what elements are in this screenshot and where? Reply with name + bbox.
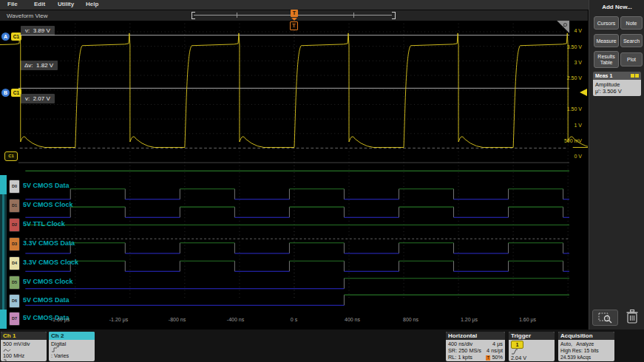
meas1-header: Meas 1 — [593, 72, 641, 80]
time-scale-label: -400 ns — [220, 317, 252, 322]
rising-edge-icon — [511, 349, 518, 355]
meas-color-square — [631, 74, 634, 78]
meas1-badge[interactable]: Meas 1 Amplitude μ': 3.506 V — [593, 72, 641, 96]
ch1-bandwidth: 100 MHz — [3, 352, 24, 359]
ch1-badge[interactable]: Ch 1 500 mV/div 100 MHz — [1, 332, 47, 361]
meas-color-square — [635, 74, 639, 78]
trash-icon — [625, 308, 640, 326]
results-table-button[interactable]: Results Table — [594, 51, 619, 68]
time-scale-label: 400 ns — [336, 317, 369, 322]
plot-button[interactable]: Plot — [620, 52, 643, 66]
time-scale-label: 0 s — [278, 317, 311, 322]
ch2-body: Digital : Varies — [49, 340, 95, 360]
ch2-mode: Digital — [51, 341, 92, 347]
acq-mode: Auto, Analyze — [560, 341, 612, 347]
time-scale-label: -1.20 μs — [103, 317, 135, 322]
ch2-badge[interactable]: Ch 2 Digital : Varies — [49, 332, 95, 361]
trigger-source-chip: 1 — [511, 341, 523, 349]
horizontal-header: Horizontal — [446, 332, 505, 340]
trigger-body: 1 2.04 V — [509, 340, 555, 361]
time-scale-label: 1.20 μs — [453, 317, 486, 322]
trigger-position-icon: T — [486, 355, 490, 361]
time-scale-label: 1.60 μs — [512, 317, 544, 322]
trigger-badge[interactable]: Trigger 1 2.04 V — [509, 332, 555, 361]
search-button[interactable]: Search — [620, 34, 643, 47]
meas1-value: μ': 3.506 V — [595, 88, 639, 95]
acquisition-badge[interactable]: Acquisition Auto, Analyze High Res: 15 b… — [558, 332, 614, 361]
time-scale: -1.60 μs-1.20 μs-800 ns-400 ns0 s400 ns8… — [0, 0, 588, 329]
oscilloscope-screen: File Edit Utility Help Waveform View T T… — [0, 0, 644, 362]
ch1-body: 500 mV/div 100 MHz — [1, 340, 47, 361]
bandwidth-limit-icon — [3, 359, 9, 361]
meas1-body: Amplitude μ': 3.506 V — [593, 80, 641, 96]
ch1-header: Ch 1 — [1, 332, 47, 340]
add-new-header: Add New... — [589, 4, 644, 10]
cursors-button[interactable]: Cursors — [594, 16, 619, 30]
trigger-header: Trigger — [509, 332, 555, 340]
ch2-threshold: : Varies — [51, 352, 69, 359]
time-scale-label: 800 ns — [395, 317, 427, 322]
trigger-level: 2.04 V — [511, 355, 526, 361]
time-scale-label: -800 ns — [161, 317, 194, 322]
measure-button[interactable]: Measure — [594, 34, 619, 47]
acquisition-body: Auto, Analyze High Res: 15 bits 24.539 k… — [558, 340, 614, 361]
acq-count: 24.539 kAcqs — [560, 354, 612, 361]
time-scale-label: -1.60 μs — [44, 317, 77, 322]
ch1-scale: 500 mV/div — [3, 341, 44, 347]
zoom-icon — [593, 310, 617, 325]
delete-button[interactable] — [625, 308, 640, 326]
note-button[interactable]: Note — [620, 16, 643, 30]
horizontal-body: 400 ns/div4 μs SR: 250 MS/s4 ns/pt RL: 1… — [446, 340, 505, 361]
acquisition-header: Acquisition — [558, 332, 614, 340]
bottom-bar: Ch 1 500 mV/div 100 MHz Ch 2 Digital — [0, 329, 644, 362]
right-panel: Add New... Cursors Note Measure Search R… — [589, 0, 644, 331]
zoom-tool-button[interactable] — [592, 310, 618, 326]
edge-slope-icon — [51, 347, 58, 352]
acq-resolution: High Res: 15 bits — [560, 347, 612, 354]
meas1-name: Amplitude — [595, 81, 639, 88]
probe-icon — [3, 347, 12, 352]
ch2-header: Ch 2 — [49, 332, 95, 340]
horizontal-badge[interactable]: Horizontal 400 ns/div4 μs SR: 250 MS/s4 … — [446, 332, 505, 361]
